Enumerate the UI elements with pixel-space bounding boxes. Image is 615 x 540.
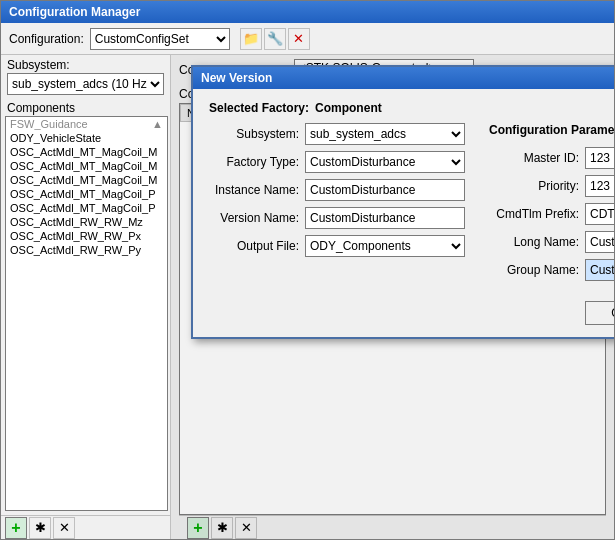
- instance-name-input[interactable]: [305, 179, 465, 201]
- list-item[interactable]: OSC_ActMdl_MT_MagCoil_M: [6, 159, 167, 173]
- long-name-label: Long Name:: [489, 235, 579, 249]
- modal-left-fields: Subsystem: sub_system_adcs Factory Type:: [209, 123, 465, 281]
- factory-type-form-row: Factory Type: CustomDisturbance: [209, 151, 465, 173]
- subsystem-field-label: Subsystem:: [209, 127, 299, 141]
- list-item[interactable]: OSC_ActMdl_RW_RW_Py: [6, 243, 167, 257]
- collapse-icon: ▲: [152, 118, 163, 130]
- factory-type-select[interactable]: CustomDisturbance: [305, 151, 465, 173]
- main-content: Subsystem: sub_system_adcs (10 Hz) Compo…: [1, 55, 614, 539]
- wrench-icon-btn[interactable]: 🔧: [264, 28, 286, 50]
- priority-input[interactable]: [585, 175, 614, 197]
- master-id-input[interactable]: [585, 147, 614, 169]
- selected-factory-label: Selected Factory:: [209, 101, 309, 115]
- config-select[interactable]: CustomConfigSet: [90, 28, 230, 50]
- cmdtlm-input[interactable]: [585, 203, 614, 225]
- master-id-label: Master ID:: [489, 151, 579, 165]
- group-name-select-wrap: Custom: [585, 259, 614, 281]
- list-item[interactable]: OSC_ActMdl_MT_MagCoil_P: [6, 201, 167, 215]
- priority-spinner: ▴ ▾: [585, 175, 614, 197]
- ok-button[interactable]: OK: [585, 301, 614, 325]
- version-name-form-row: Version Name:: [209, 207, 465, 229]
- modal-buttons: OK Cancel: [193, 293, 614, 337]
- toolbar-icons: 📁 🔧 ✕: [240, 28, 310, 50]
- cmdtlm-form-row: CmdTlm Prefix:: [489, 203, 614, 225]
- version-name-label: Version Name:: [209, 211, 299, 225]
- left-add-btn[interactable]: +: [5, 517, 27, 539]
- long-name-form-row: Long Name:: [489, 231, 614, 253]
- subsystem-field-select[interactable]: sub_system_adcs: [305, 123, 465, 145]
- delete-icon-btn[interactable]: ✕: [288, 28, 310, 50]
- instance-name-form-row: Instance Name:: [209, 179, 465, 201]
- list-item[interactable]: OSC_ActMdl_MT_MagCoil_P: [6, 187, 167, 201]
- list-item[interactable]: OSC_ActMdl_MT_MagCoil_M: [6, 173, 167, 187]
- output-file-select[interactable]: ODY_Components: [305, 235, 465, 257]
- priority-form-row: Priority: ▴ ▾: [489, 175, 614, 197]
- group-name-select[interactable]: Custom: [585, 259, 614, 281]
- left-delete-btn[interactable]: ✕: [53, 517, 75, 539]
- long-name-input[interactable]: [585, 231, 614, 253]
- toolbar: Configuration: CustomConfigSet 📁 🔧 ✕: [1, 23, 614, 55]
- main-window: Configuration Manager Configuration: Cus…: [0, 0, 615, 540]
- modal-title: New Version: [193, 67, 614, 89]
- modal-fields-row: Subsystem: sub_system_adcs Factory Type:: [209, 123, 614, 281]
- list-item[interactable]: OSC_ActMdl_RW_RW_Mz: [6, 215, 167, 229]
- fsw-guidance-item[interactable]: FSW_Guidance: [10, 118, 88, 130]
- config-label: Configuration:: [9, 32, 84, 46]
- selected-factory-value: Component: [315, 101, 382, 115]
- output-file-form-row: Output File: ODY_Components: [209, 235, 465, 257]
- window-title: Configuration Manager: [9, 5, 606, 19]
- config-params-title: Configuration Parameters: [489, 123, 614, 137]
- folder-icon-btn[interactable]: 📁: [240, 28, 262, 50]
- instance-name-label: Instance Name:: [209, 183, 299, 197]
- left-panel: Subsystem: sub_system_adcs (10 Hz) Compo…: [1, 55, 171, 539]
- list-item[interactable]: OSC_ActMdl_RW_RW_Px: [6, 229, 167, 243]
- group-name-form-row: Group Name: Custom: [489, 259, 614, 281]
- version-name-input[interactable]: [305, 207, 465, 229]
- selected-factory-row: Selected Factory: Component: [209, 101, 614, 115]
- master-id-spinner: ▴ ▾: [585, 147, 614, 169]
- left-cursor-btn[interactable]: ✱: [29, 517, 51, 539]
- list-item[interactable]: OSC_ActMdl_MT_MagCoil_M: [6, 145, 167, 159]
- plus-icon: +: [11, 519, 20, 537]
- output-file-label: Output File:: [209, 239, 299, 253]
- subsystem-form-row: Subsystem: sub_system_adcs: [209, 123, 465, 145]
- new-version-dialog: New Version Selected Factory: Component: [191, 65, 614, 339]
- factory-type-label: Factory Type:: [209, 155, 299, 169]
- priority-label: Priority:: [489, 179, 579, 193]
- title-bar: Configuration Manager: [1, 1, 614, 23]
- components-list-header: FSW_Guidance ▲: [6, 117, 167, 131]
- components-list: FSW_Guidance ▲ ODY_VehicleState OSC_ActM…: [5, 116, 168, 511]
- modal-body: Selected Factory: Component Subsystem:: [193, 89, 614, 293]
- subsystem-label: Subsystem:: [1, 55, 170, 73]
- components-label: Components: [1, 99, 170, 116]
- list-item[interactable]: ODY_VehicleState: [6, 131, 167, 145]
- group-name-label: Group Name:: [489, 263, 579, 277]
- master-id-form-row: Master ID: ▴ ▾: [489, 147, 614, 169]
- subsystem-select[interactable]: sub_system_adcs (10 Hz): [7, 73, 164, 95]
- cmdtlm-label: CmdTlm Prefix:: [489, 207, 579, 221]
- left-panel-toolbar: + ✱ ✕: [1, 515, 170, 539]
- right-panel: Component Version: <STK SOLIS-Generated>…: [171, 55, 614, 539]
- modal-right-fields: Configuration Parameters Master ID: ▴ ▾: [489, 123, 614, 281]
- modal-overlay: New Version Selected Factory: Component: [171, 55, 614, 539]
